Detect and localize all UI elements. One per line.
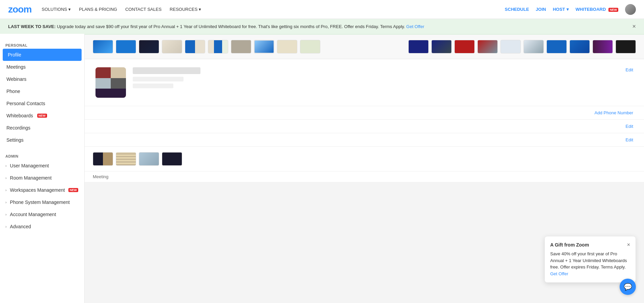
sidebar-item-account-management-label: Account Management: [10, 212, 56, 217]
settings-section-2: Edit: [85, 133, 644, 147]
sidebar-item-settings-label: Settings: [6, 137, 24, 143]
vb-thumb-5[interactable]: [185, 40, 205, 53]
avatar-bottom: [95, 89, 126, 98]
whiteboards-new-badge: NEW: [37, 114, 47, 118]
promo-banner: LAST WEEK TO SAVE: Upgrade today and sav…: [0, 19, 644, 34]
avatar-q3: [95, 78, 111, 89]
virtual-background-strip-top: [85, 34, 644, 59]
vb-thumb-12[interactable]: [431, 40, 452, 53]
sidebar-item-meetings[interactable]: Meetings: [0, 61, 84, 73]
sidebar-item-advanced[interactable]: › Advanced: [0, 220, 84, 233]
vb-thumb-2[interactable]: [116, 40, 136, 53]
sidebar-item-user-management-label: User Management: [10, 163, 49, 168]
bvb-thumb-4[interactable]: [162, 152, 182, 166]
sidebar-item-webinars[interactable]: Webinars: [0, 73, 84, 85]
banner-close-button[interactable]: ×: [632, 23, 636, 30]
profile-edit-button[interactable]: Edit: [626, 67, 633, 72]
sidebar-item-phone-system-label: Phone System Management: [10, 200, 70, 205]
vb-thumb-4[interactable]: [162, 40, 182, 53]
nav-host[interactable]: HOST ▾: [553, 7, 569, 12]
sidebar-item-phone[interactable]: Phone: [0, 85, 84, 97]
avatar-q2: [111, 67, 126, 78]
vb-thumb-10[interactable]: [300, 40, 320, 53]
nav-contact-sales[interactable]: CONTACT SALES: [125, 7, 162, 12]
sidebar-item-meetings-label: Meetings: [6, 64, 26, 70]
vb-thumb-16[interactable]: [523, 40, 544, 53]
vb-thumb-20[interactable]: [616, 40, 636, 53]
sidebar-item-personal-contacts-label: Personal Contacts: [6, 101, 45, 106]
vb-thumb-3[interactable]: [139, 40, 159, 53]
banner-prefix: LAST WEEK TO SAVE:: [8, 24, 56, 29]
nav-schedule[interactable]: SCHEDULE: [505, 7, 529, 12]
profile-avatar-container: [95, 67, 126, 98]
sidebar-item-user-management[interactable]: › User Management: [0, 160, 84, 172]
nav-plans[interactable]: PLANS & PRICING: [79, 7, 117, 12]
zoom-logo[interactable]: zoom: [8, 4, 31, 15]
vb-thumb-14[interactable]: [477, 40, 498, 53]
profile-details: [133, 67, 626, 88]
bvb-thumb-1[interactable]: [93, 152, 113, 166]
sidebar-item-recordings-label: Recordings: [6, 125, 30, 131]
gift-popup-close-button[interactable]: ×: [627, 242, 630, 248]
settings-edit-button-1[interactable]: Edit: [626, 124, 633, 129]
vb-thumb-13[interactable]: [454, 40, 475, 53]
avatar-q4: [111, 78, 126, 89]
vb-thumb-6[interactable]: [208, 40, 228, 53]
chevron-icon: ›: [5, 201, 6, 204]
sidebar-item-settings[interactable]: Settings: [0, 134, 84, 146]
gift-popup-get-offer-link[interactable]: Get Offer: [550, 271, 568, 276]
chat-button[interactable]: 💬: [620, 279, 636, 295]
nav-whiteboard[interactable]: WHITEBOARD NEW: [576, 7, 618, 12]
chevron-down-icon: ▾: [566, 7, 569, 12]
nav-solutions[interactable]: SOLUTIONS ▾: [42, 7, 71, 12]
vb-thumb-18[interactable]: [570, 40, 590, 53]
profile-info-row: [95, 67, 626, 98]
profile-content-area: Edit Add Phone Number Edit Edit: [85, 59, 644, 182]
bvb-thumb-3[interactable]: [139, 152, 159, 166]
sidebar-item-whiteboards[interactable]: Whiteboards NEW: [0, 110, 84, 122]
avatar-mosaic: [95, 67, 126, 89]
sidebar-item-room-management[interactable]: › Room Management: [0, 172, 84, 184]
vb-thumb-7[interactable]: [231, 40, 251, 53]
sidebar-item-account-management[interactable]: › Account Management: [0, 208, 84, 220]
chevron-down-icon: ▾: [68, 7, 71, 12]
settings-edit-button-2[interactable]: Edit: [626, 137, 633, 142]
sidebar-item-advanced-label: Advanced: [10, 224, 31, 229]
sidebar-item-profile-label: Profile: [8, 52, 21, 57]
vb-thumb-1[interactable]: [93, 40, 113, 53]
settings-section-1: Edit: [85, 120, 644, 133]
bvb-thumb-2[interactable]: [116, 152, 136, 166]
virtual-background-strip-bottom: [85, 147, 644, 171]
gift-popup: A Gift from Zoom × Save 40% off your fir…: [544, 236, 636, 283]
vb-thumb-15[interactable]: [500, 40, 521, 53]
avatar-image: [625, 4, 636, 15]
sidebar-item-workspaces-management[interactable]: › Workspaces Management NEW: [0, 184, 84, 196]
sidebar-item-phone-system[interactable]: › Phone System Management: [0, 196, 84, 208]
vb-thumb-8[interactable]: [254, 40, 274, 53]
banner-text: LAST WEEK TO SAVE: Upgrade today and sav…: [8, 24, 627, 29]
nav-resources[interactable]: RESOURCES ▾: [170, 7, 201, 12]
banner-get-offer-link[interactable]: Get Offer: [406, 24, 424, 29]
phone-section: Add Phone Number: [85, 106, 644, 120]
vb-thumb-11[interactable]: [408, 40, 429, 53]
gift-popup-title: A Gift from Zoom: [550, 242, 589, 248]
vb-thumb-9[interactable]: [277, 40, 297, 53]
add-phone-number-button[interactable]: Add Phone Number: [595, 110, 633, 115]
banner-body: Upgrade today and save $90 off your firs…: [57, 24, 406, 29]
new-badge: NEW: [608, 8, 618, 12]
nav-join[interactable]: JOIN: [536, 7, 546, 12]
chat-icon: 💬: [624, 283, 632, 291]
gift-popup-header: A Gift from Zoom ×: [550, 242, 630, 248]
chevron-icon: ›: [5, 176, 6, 180]
user-avatar[interactable]: [625, 4, 636, 15]
sidebar-item-recordings[interactable]: Recordings: [0, 122, 84, 134]
sidebar-item-personal-contacts[interactable]: Personal Contacts: [0, 97, 84, 110]
vb-thumb-19[interactable]: [593, 40, 613, 53]
vb-thumb-17[interactable]: [546, 40, 567, 53]
chevron-icon: ›: [5, 213, 6, 216]
profile-avatar[interactable]: [95, 67, 126, 98]
top-nav: zoom SOLUTIONS ▾ PLANS & PRICING CONTACT…: [0, 0, 644, 19]
sidebar-item-profile[interactable]: Profile: [3, 49, 82, 61]
chevron-icon: ›: [5, 164, 6, 168]
chevron-icon: ›: [5, 225, 6, 229]
